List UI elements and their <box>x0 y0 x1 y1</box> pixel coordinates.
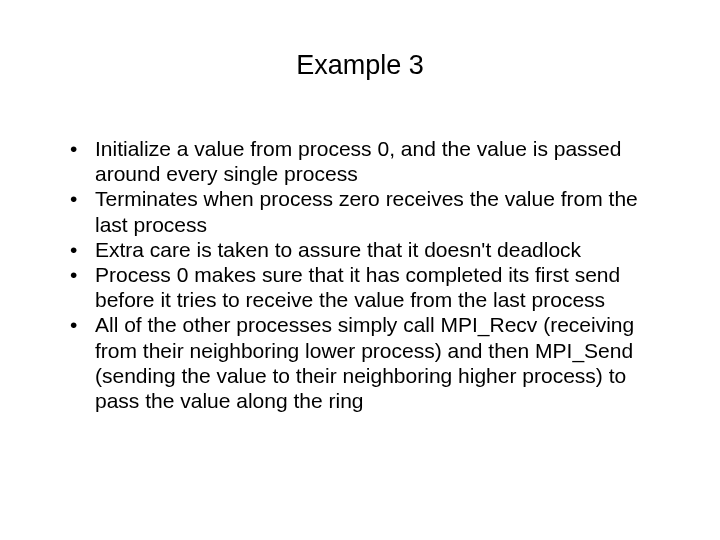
slide-title: Example 3 <box>50 50 670 81</box>
bullet-list: Initialize a value from process 0, and t… <box>50 136 670 413</box>
list-item: Process 0 makes sure that it has complet… <box>70 262 670 312</box>
list-item: All of the other processes simply call M… <box>70 312 670 413</box>
list-item: Terminates when process zero receives th… <box>70 186 670 236</box>
list-item: Initialize a value from process 0, and t… <box>70 136 670 186</box>
slide-container: Example 3 Initialize a value from proces… <box>0 0 720 540</box>
list-item: Extra care is taken to assure that it do… <box>70 237 670 262</box>
